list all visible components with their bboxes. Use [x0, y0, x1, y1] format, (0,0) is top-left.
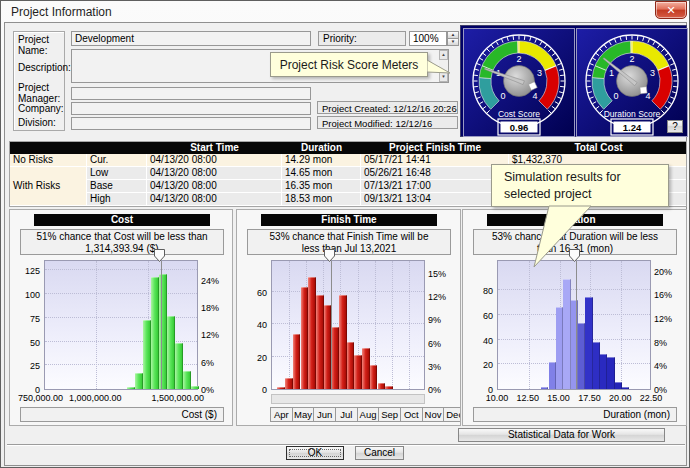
ok-button[interactable]: OK: [286, 446, 344, 460]
gauge-scale-number: 1: [609, 68, 614, 78]
gauge-scale-number: 2: [629, 54, 634, 64]
spin-up-icon: ▲: [451, 32, 455, 37]
percent-axis-tick-label: 3%: [428, 362, 460, 372]
x-axis-tick-label: 20.00: [609, 393, 632, 403]
priority-spin-down[interactable]: ▼: [447, 38, 459, 46]
table-cell-scenario: Low: [87, 167, 147, 180]
simulation-callout-line2: selected project: [504, 186, 668, 203]
gauge-scale-number: 3: [537, 68, 542, 78]
histogram-bar: [135, 373, 143, 389]
form-labels-group: Project Name: Description: Project Manag…: [13, 31, 65, 131]
y-axis-tick-label: 100: [12, 290, 40, 300]
simulation-results-callout: Simulation results for selected project: [491, 164, 669, 207]
percentile-marker-line: [331, 261, 332, 389]
histogram-bar: [308, 277, 316, 389]
gridline-horizontal: [498, 289, 650, 290]
x-axis-title: Cost ($): [20, 407, 224, 422]
priority-field[interactable]: 100%: [409, 31, 447, 46]
chart-subtitle: 51% chance that Cost will be less than1,…: [20, 229, 224, 255]
month-label: Aug: [357, 407, 380, 422]
histogram-bar: [127, 387, 135, 389]
project-modified-label: Project Modified: 12/12/16 20:29: [317, 116, 458, 129]
percent-axis-tick-label: 12%: [654, 314, 686, 324]
help-button[interactable]: ?: [667, 120, 683, 133]
histogram-bar: [370, 365, 378, 389]
month-label: Oct: [400, 407, 423, 422]
histogram-bar: [175, 343, 183, 390]
finish-time-chart-panel: Finish Time53% chance that Finish Time w…: [236, 209, 461, 426]
percent-axis-tick-label: 12%: [201, 330, 233, 340]
histogram-bar: [607, 357, 614, 389]
histogram-bar: [622, 387, 629, 390]
x-axis-tick-label: 22.50: [640, 393, 663, 403]
close-button[interactable]: ✕: [655, 1, 687, 19]
histogram-bar: [339, 295, 347, 389]
histogram-bar: [600, 354, 607, 389]
percentile-slider-handle[interactable]: [324, 248, 335, 261]
y-axis-tick-label: 125: [12, 266, 40, 276]
table-cell-duration: 14.65 mon: [282, 167, 361, 180]
gridline-vertical: [96, 261, 97, 389]
y-axis-tick-label: 25: [12, 361, 40, 371]
statistical-data-button[interactable]: Statistical Data for Work: [458, 428, 665, 442]
percent-axis-tick-label: 20%: [654, 267, 686, 277]
close-icon: ✕: [666, 4, 675, 16]
window-title: Project Information: [11, 5, 112, 19]
histogram-bar: [191, 386, 199, 389]
histogram-bar: [183, 371, 191, 389]
gridline-vertical: [289, 261, 290, 389]
x-axis-tick-label: 15.00: [547, 393, 570, 403]
gauge-title: Cost Score: [498, 109, 540, 119]
table-cell-start: 04/13/20 08:00: [147, 154, 282, 167]
project-manager-field[interactable]: [71, 87, 311, 100]
x-axis-tick-label: 750,000.00: [18, 393, 63, 403]
gridline-horizontal: [45, 293, 197, 294]
description-label: Description:: [18, 63, 66, 74]
table-cell-duration: 16.35 mon: [282, 180, 361, 193]
percentile-slider-handle[interactable]: [154, 248, 165, 261]
table-header-cell: Total Cost: [509, 142, 687, 154]
month-label: Nov: [422, 407, 445, 422]
table-cell-finish: 07/13/21 17:00: [361, 180, 509, 193]
table-group-cell: With Risks: [10, 167, 87, 206]
histogram-bar: [362, 348, 370, 389]
company-field[interactable]: [71, 102, 311, 115]
month-label: Apr: [270, 407, 293, 422]
histogram-bar: [316, 295, 324, 389]
month-label: Jul: [335, 407, 358, 422]
project-name-field[interactable]: Development: [71, 31, 311, 46]
table-cell-scenario: High: [87, 193, 147, 206]
chart-subtitle: 53% chance that Finish Time will beless …: [247, 229, 451, 255]
table-cell-start: 04/13/20 08:00: [147, 180, 282, 193]
cancel-button[interactable]: Cancel: [355, 446, 404, 460]
x-axis-tick-label: 1,500,000.00: [151, 393, 204, 403]
percentile-marker-line: [576, 261, 577, 389]
y-axis-tick-label: 40: [239, 320, 267, 330]
percent-axis-tick-label: 0%: [428, 385, 460, 395]
gridline-horizontal: [272, 323, 424, 324]
histogram-bar: [585, 297, 592, 389]
gauge-value: 0.96: [510, 122, 529, 133]
table-cell-start: 04/13/20 08:00: [147, 167, 282, 180]
table-cell-finish: 05/26/21 16:48: [361, 167, 509, 180]
gauge-scale-number: 4: [532, 91, 537, 101]
spin-down-icon: ▼: [451, 39, 455, 44]
histogram-bar: [556, 307, 563, 389]
histogram-bar: [385, 386, 393, 389]
table-cell-duration: 18.53 mon: [282, 193, 361, 206]
x-axis-tick-label: 1,000,000.00: [69, 393, 122, 403]
table-cell-finish: 09/13/21 13:04: [361, 193, 509, 206]
x-axis-tick-label: 10.00: [486, 393, 509, 403]
gridline-vertical: [621, 261, 622, 389]
histogram-bar: [571, 300, 578, 389]
focus-rect: [289, 449, 341, 457]
y-axis-tick-label: 60: [239, 288, 267, 298]
percent-axis-tick-label: 15%: [428, 269, 460, 279]
histogram-bar: [615, 382, 622, 389]
project-manager-label: Project Manager:: [18, 83, 64, 104]
y-axis-tick-label: 20: [465, 360, 493, 370]
percent-axis-tick-label: 9%: [428, 315, 460, 325]
division-field[interactable]: [71, 117, 311, 130]
x-axis-tick-label: 17.50: [578, 393, 601, 403]
cost-score-gauge: 01234 Cost Score 0.96: [463, 28, 575, 137]
